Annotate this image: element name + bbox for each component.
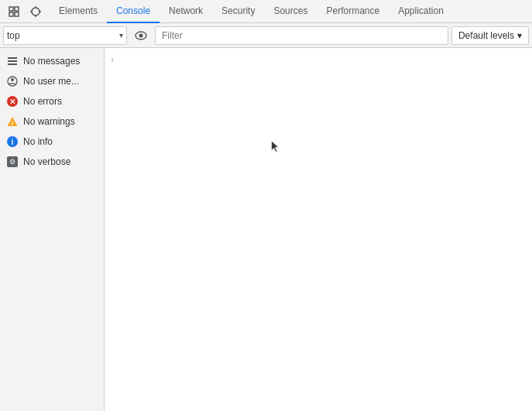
tab-network[interactable]: Network — [160, 0, 212, 23]
default-levels-button[interactable]: Default levels ▾ — [451, 26, 529, 45]
tab-bar-left-icons — [3, 1, 46, 22]
context-selector[interactable]: top — [7, 30, 119, 41]
context-selector-wrapper[interactable]: top ▾ — [3, 26, 127, 45]
devtools-inspect-icon[interactable] — [3, 1, 25, 22]
user-circle-icon — [6, 75, 19, 87]
svg-rect-0 — [9, 7, 13, 11]
info-icon: i — [6, 135, 19, 148]
svg-point-10 — [139, 33, 143, 37]
svg-rect-1 — [15, 7, 19, 11]
sidebar-item-verbose[interactable]: ⚙ No verbose — [0, 152, 104, 172]
error-icon: ✕ — [6, 95, 19, 108]
tab-console[interactable]: Console — [107, 0, 160, 23]
svg-rect-3 — [15, 12, 19, 16]
mouse-cursor-indicator — [271, 141, 280, 155]
tab-security[interactable]: Security — [212, 0, 264, 23]
sidebar-item-errors[interactable]: ✕ No errors — [0, 91, 104, 111]
tab-sources[interactable]: Sources — [264, 0, 317, 23]
list-icon — [6, 55, 19, 67]
sidebar-item-warnings-label: No warnings — [23, 116, 75, 127]
sidebar-item-info-label: No info — [23, 136, 53, 147]
eye-button[interactable] — [130, 26, 152, 45]
svg-rect-11 — [8, 57, 17, 59]
warning-icon: ! — [6, 115, 19, 128]
toolbar: top ▾ Default levels ▾ — [0, 23, 532, 48]
main-area: No messages No user me... ✕ No errors — [0, 48, 532, 411]
svg-rect-2 — [9, 12, 13, 16]
svg-point-4 — [32, 8, 39, 15]
sidebar-item-messages-label: No messages — [23, 56, 80, 67]
svg-rect-13 — [8, 63, 17, 65]
svg-text:!: ! — [12, 120, 14, 127]
sidebar-item-warnings[interactable]: ! No warnings — [0, 111, 104, 132]
sidebar-item-user-messages[interactable]: No user me... — [0, 71, 104, 91]
tab-performance[interactable]: Performance — [317, 0, 389, 23]
tab-elements[interactable]: Elements — [50, 0, 107, 23]
sidebar-item-errors-label: No errors — [23, 96, 62, 107]
sidebar: No messages No user me... ✕ No errors — [0, 48, 105, 411]
filter-input[interactable] — [155, 26, 448, 45]
sidebar-item-user-messages-label: No user me... — [23, 76, 79, 87]
tab-bar: Elements Console Network Security Source… — [0, 0, 532, 23]
console-output[interactable]: › — [105, 48, 532, 411]
console-prompt-chevron: › — [111, 54, 114, 65]
sidebar-item-verbose-label: No verbose — [23, 156, 70, 167]
tab-application[interactable]: Application — [389, 0, 453, 23]
svg-point-15 — [11, 78, 14, 81]
verbose-icon: ⚙ — [6, 156, 19, 168]
sidebar-item-info[interactable]: i No info — [0, 132, 104, 152]
cursor-icon[interactable] — [25, 1, 46, 22]
select-arrow-icon: ▾ — [119, 31, 123, 39]
svg-rect-12 — [8, 60, 17, 62]
sidebar-item-messages[interactable]: No messages — [0, 51, 104, 71]
